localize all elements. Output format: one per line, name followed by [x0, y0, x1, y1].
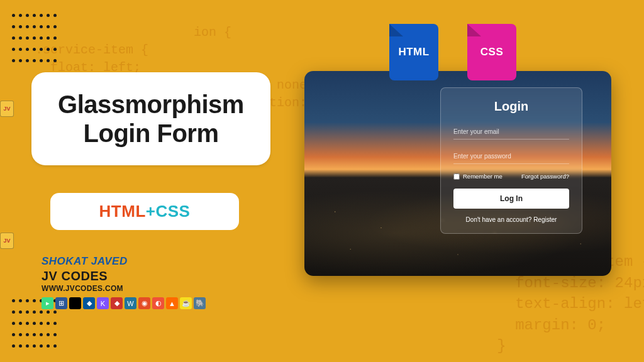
tech-icon: ◐ — [152, 297, 164, 309]
form-preview: Login Enter your email Enter your passwo… — [304, 71, 611, 276]
css-file-badge: CSS — [463, 23, 521, 82]
remember-me-checkbox[interactable]: Remember me — [453, 173, 502, 180]
tech-icon: ◆ — [111, 297, 123, 309]
tech-icon: W — [125, 297, 136, 309]
author-name: SHOKAT JAVED — [42, 255, 270, 268]
password-field[interactable]: Enter your password — [453, 148, 569, 164]
email-field[interactable]: Enter your email — [453, 124, 569, 140]
jv-badge-icon: JV — [0, 233, 14, 249]
decorative-dots-top — [10, 10, 60, 67]
jv-badge-icon: JV — [0, 101, 14, 117]
tech-icon: ⊞ — [55, 297, 67, 309]
brand-name: JV CODES — [42, 269, 270, 283]
register-prompt: Don't have an account? Register — [453, 216, 569, 223]
form-title: Login — [453, 99, 569, 114]
tech-icon: 🐘 — [194, 297, 206, 309]
tech-icon: ▲ — [166, 297, 178, 309]
tech-icons-row: ▸⊞◆K◆W◉◐▲☕🐘 — [42, 297, 270, 309]
remember-checkbox-input[interactable] — [453, 173, 460, 180]
tech-card: HTML+CSS — [50, 193, 239, 230]
tech-icon: ◉ — [138, 297, 150, 309]
page-title: GlassmorphismLogin Form — [47, 90, 255, 148]
html-file-badge: HTML — [385, 23, 443, 82]
tech-label: HTML+CSS — [63, 202, 226, 221]
website-url: WWW.JVCODES.COM — [42, 284, 270, 293]
register-link[interactable]: Register — [533, 216, 557, 223]
tech-icon: ☕ — [180, 297, 192, 309]
login-button[interactable]: Log In — [453, 189, 569, 209]
tech-icon: K — [97, 297, 109, 309]
forgot-password-link[interactable]: Forgot password? — [521, 173, 569, 180]
title-card: GlassmorphismLogin Form — [31, 72, 270, 165]
tech-icon: ◆ — [83, 297, 95, 309]
login-form: Login Enter your email Enter your passwo… — [440, 87, 582, 234]
tech-icon: ▸ — [42, 297, 53, 309]
tech-icon — [69, 297, 81, 309]
